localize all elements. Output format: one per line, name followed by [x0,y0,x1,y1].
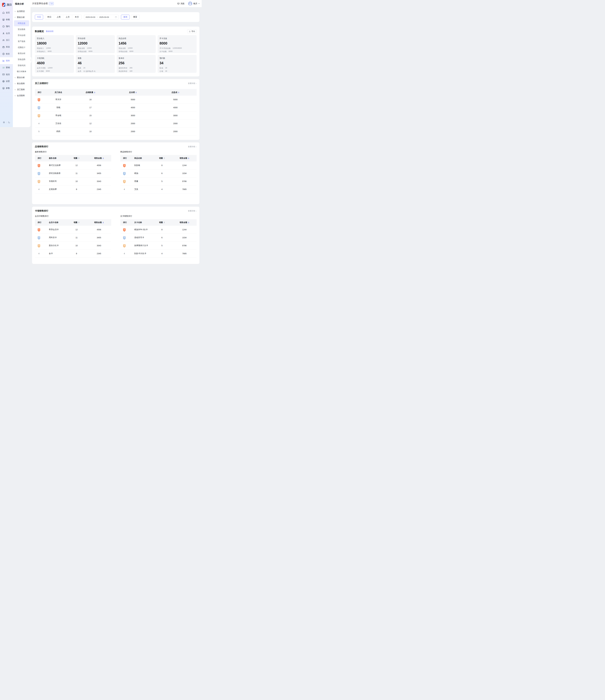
item-ranking-detail-link[interactable]: 查看详情› [188,146,197,148]
table-row[interactable]: 4艾灸47685 [120,185,197,193]
table-row[interactable]: 2张晓1740004000 [35,104,197,111]
table-row[interactable]: 4刮痧卡10次卡47685 [120,250,197,257]
reset-button[interactable]: 重置 [131,15,140,20]
table-row[interactable]: 3香薰59786 [120,177,197,185]
messages-button[interactable]: 消息 [177,2,185,5]
column-header-销售金额[interactable]: 销售金额 [87,157,111,159]
table-row[interactable]: 3专项采耳103343 [35,177,111,185]
sort-icon[interactable] [178,92,179,93]
store-type-badge[interactable]: 门店 [49,2,54,5]
rank-number: 4 [123,188,126,191]
dark-mode-icon[interactable] [8,121,10,124]
rail-item-sms[interactable]: 短信 [0,71,13,78]
sidebar-group-前台报表[interactable]: 前台报表 [13,80,30,86]
table-row[interactable]: 1精油SPA-3次卡81244 [120,226,197,234]
column-header-销量[interactable]: 销量 [66,157,87,159]
table-row[interactable]: 2周年庆卡113455 [35,234,111,242]
quick-filter-last-month[interactable]: 上月 [63,15,72,19]
rail-item-booking[interactable]: 预约 [0,23,13,30]
avatar[interactable] [188,2,192,6]
column-header-总提成[interactable]: 总提成 [154,91,197,94]
sidebar-item-银行对账单[interactable]: 银行对账单 [14,69,29,74]
sidebar-item-客情分析[interactable]: 客情分析 [14,50,29,56]
column-header-销量[interactable]: 销量 [152,157,172,159]
sidebar-group-营收分析[interactable]: 营收分析 [13,14,30,20]
sidebar-item-资产报表[interactable]: 资产报表 [14,39,29,44]
rail-item-finance[interactable]: 收支 [0,50,13,57]
sidebar-group-会员报表[interactable]: 会员报表 [13,93,30,99]
sort-icon[interactable] [188,157,189,159]
table-row[interactable]: 1尊享会员卡124556 [35,226,111,234]
sidebar-item-营收趋势[interactable]: 营收趋势 [14,56,29,62]
cell-amount: 4556 [87,228,111,231]
rail-item-report[interactable]: 报表 [0,57,13,64]
sort-icon[interactable] [94,92,95,93]
quick-filter-this-month[interactable]: 本月 [72,15,81,19]
rail-item-params[interactable]: 参数 [0,85,13,92]
params-icon [2,87,5,90]
sidebar-item-劳动业绩[interactable]: 劳动业绩 [14,32,29,39]
column-header-销售金额[interactable]: 销售金额 [87,221,111,224]
date-range-picker[interactable]: 2025-03-03 ⇀ 2025-03-03 [84,15,119,20]
column-header-总业绩[interactable]: 总业绩 [112,91,154,94]
cell-qty: 6 [152,236,172,239]
sort-icon[interactable] [164,222,165,223]
table-row[interactable]: 5莉莉1020002000 [35,128,197,135]
sidebar-group-营业分析[interactable]: 营业分析 [13,74,30,80]
table-row[interactable]: 3按摩整体计次卡59786 [120,242,197,250]
cell-qty: 8 [152,228,172,231]
column-header-品项数量[interactable]: 品项数量 [69,91,112,94]
rail-item-staff[interactable]: 员工 [0,37,13,44]
quick-filter-today[interactable]: 今日 [35,15,43,20]
rail-item-home[interactable]: 首页 [0,9,13,16]
table-row[interactable]: 4足底按摩82345 [35,185,111,193]
sort-icon[interactable] [164,157,165,159]
table-row[interactable]: 4金卡82345 [35,250,111,257]
sort-icon[interactable] [136,92,137,93]
column-header-销量[interactable]: 销量 [66,221,87,224]
user-name[interactable]: 晓月 [193,2,197,5]
sidebar-group-会员跨店[interactable]: 会员跨店 [13,8,30,14]
settings-icon [2,80,5,83]
table-row[interactable]: 4王佳佳1220002000 [35,120,197,128]
table-row[interactable]: 1刮痧板81244 [120,161,197,169]
table-row[interactable]: 3李金铭1530003000 [35,111,197,120]
column-header-销售金额[interactable]: 销售金额 [172,221,197,224]
sidebar-item-营收利润[interactable]: 营收利润 [14,62,29,69]
column-header-销量[interactable]: 销量 [152,221,172,224]
column-header-次卡名称: 次卡名称 [130,221,152,224]
rail-item-member[interactable]: 会员 [0,30,13,37]
sidebar-item-优惠统计[interactable]: 优惠统计 [14,44,29,50]
quick-filter-yesterday[interactable]: 昨日 [45,15,54,19]
table-row[interactable]: 2精油61034 [120,169,197,177]
user-menu-caret-icon[interactable] [198,3,200,4]
table-row[interactable]: 2基础采耳卡61034 [120,234,197,242]
rail-settings-icon[interactable] [3,121,5,124]
sort-icon[interactable] [78,157,79,159]
sidebar-item-经营总览[interactable]: 经营总览 [14,20,29,26]
query-button[interactable]: 查询 [121,15,129,20]
app-logo[interactable]: 茂日 [0,0,13,7]
rank-badge-3: 3 [38,244,40,247]
rail-item-cashier[interactable]: 收银 [0,16,13,23]
table-row[interactable]: 1李洋洋1650005000 [35,96,197,104]
rail-item-marketing[interactable]: 营销 [0,64,13,71]
column-header-销售金额[interactable]: 销售金额 [172,157,197,159]
table-row[interactable]: 3股东分红卡103343 [35,242,111,250]
sidebar-group-员工报表[interactable]: 员工报表 [13,86,30,93]
rail-item-inventory[interactable]: 库存 [0,44,13,50]
table-row[interactable]: 1泰式古法按摩124556 [35,161,111,169]
data-info-link[interactable]: 数据说明 [46,30,53,33]
sort-icon[interactable] [103,157,104,159]
sidebar-collapse-handle[interactable]: ‹ [30,57,31,63]
table-row[interactable]: 2舒经活络推拿113455 [35,169,111,177]
quick-filter-last-week[interactable]: 上周 [54,15,63,19]
sidebar-item-营业报表[interactable]: 营业报表 [14,26,29,32]
sort-icon[interactable] [188,222,189,223]
employee-ranking-detail-link[interactable]: 查看详情› [188,82,197,85]
rail-item-settings[interactable]: 设置 [0,78,13,85]
export-button[interactable]: 导出 [187,29,197,33]
sort-icon[interactable] [78,222,79,223]
card-ranking-detail-link[interactable]: 查看详情› [188,210,197,212]
sort-icon[interactable] [103,222,104,223]
